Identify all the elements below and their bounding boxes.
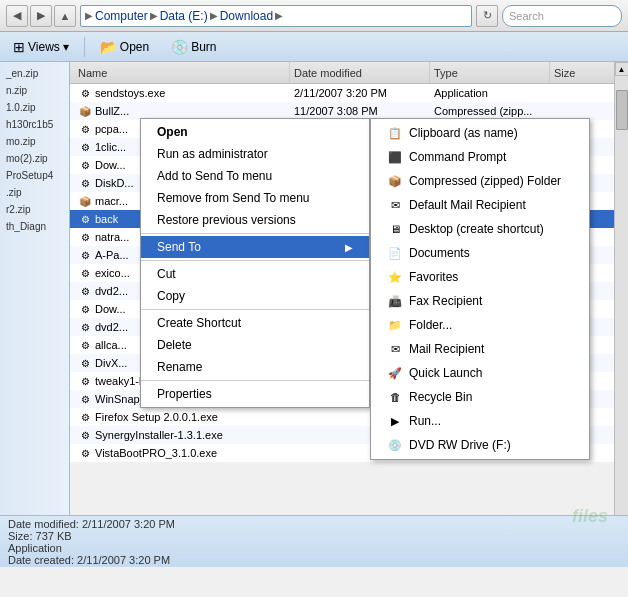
context-menu-item-copy[interactable]: Copy [141, 285, 369, 307]
views-icon: ⊞ [13, 39, 25, 55]
status-bar: Date modified: 2/11/2007 3:20 PM Size: 7… [0, 515, 628, 567]
submenu-item-dvd-rw-drive-f:-[interactable]: 💿DVD RW Drive (F:) [371, 433, 589, 457]
scroll-up-arrow[interactable]: ▲ [615, 62, 629, 76]
sidebar-item-9[interactable]: th_Diagn [2, 219, 67, 234]
submenu-item-default-mail-recipient[interactable]: ✉Default Mail Recipient [371, 193, 589, 217]
up-button[interactable]: ▲ [54, 5, 76, 27]
views-button[interactable]: ⊞ Views ▾ [6, 36, 76, 58]
open-button[interactable]: 📂 Open [93, 36, 156, 58]
breadcrumb-folder[interactable]: Download [220, 9, 273, 23]
file-icon: 📦 [78, 194, 92, 208]
sidebar-item-0[interactable]: _en.zip [2, 66, 67, 81]
table-row[interactable]: ⚙ sendstoys.exe 2/11/2007 3:20 PM Applic… [70, 84, 614, 102]
submenu-item-desktop-create-shortcut-[interactable]: 🖥Desktop (create shortcut) [371, 217, 589, 241]
context-menu-item-send-to[interactable]: Send To▶ [141, 236, 369, 258]
breadcrumb[interactable]: ▶ Computer ▶ Data (E:) ▶ Download ▶ [80, 5, 472, 27]
file-name: pcpa... [95, 123, 128, 135]
submenu-label: Quick Launch [409, 366, 482, 380]
col-size[interactable]: Size [550, 62, 610, 83]
submenu-item-compressed-zipped-folder[interactable]: 📦Compressed (zipped) Folder [371, 169, 589, 193]
breadcrumb-sep2: ▶ [210, 10, 218, 21]
submenu-label: DVD RW Drive (F:) [409, 438, 511, 452]
file-icon: ⚙ [78, 374, 92, 388]
context-menu-item-restore-previous-versions[interactable]: Restore previous versions [141, 209, 369, 231]
submenu-label: Folder... [409, 318, 452, 332]
burn-button[interactable]: 💿 Burn [164, 36, 223, 58]
context-menu-item-open[interactable]: Open [141, 121, 369, 143]
context-menu-item-delete[interactable]: Delete [141, 334, 369, 356]
sidebar-item-6[interactable]: ProSetup4 [2, 168, 67, 183]
submenu-label: Recycle Bin [409, 390, 472, 404]
submenu-item-command-prompt[interactable]: ⬛Command Prompt [371, 145, 589, 169]
breadcrumb-drive[interactable]: Data (E:) [160, 9, 208, 23]
submenu-item-clipboard-as-name-[interactable]: 📋Clipboard (as name) [371, 121, 589, 145]
col-name[interactable]: Name [74, 62, 290, 83]
send-to-submenu: 📋Clipboard (as name)⬛Command Prompt📦Comp… [370, 118, 590, 460]
submenu-item-documents[interactable]: 📄Documents [371, 241, 589, 265]
file-name: SynergyInstaller-1.3.1.exe [95, 429, 223, 441]
ctx-item-label: Add to Send To menu [157, 169, 272, 183]
context-menu-item-remove-from-send-to-menu[interactable]: Remove from Send To menu [141, 187, 369, 209]
submenu-icon: ▶ [387, 413, 403, 429]
sidebar-item-3[interactable]: h130rc1b5 [2, 117, 67, 132]
submenu-item-mail-recipient[interactable]: ✉Mail Recipient [371, 337, 589, 361]
context-menu-item-rename[interactable]: Rename [141, 356, 369, 378]
submenu-icon: 📠 [387, 293, 403, 309]
sidebar-item-5[interactable]: mo(2).zip [2, 151, 67, 166]
submenu-icon: 🚀 [387, 365, 403, 381]
submenu-icon: 💿 [387, 437, 403, 453]
submenu-item-folder-[interactable]: 📁Folder... [371, 313, 589, 337]
sidebar-item-1[interactable]: n.zip [2, 83, 67, 98]
submenu-item-quick-launch[interactable]: 🚀Quick Launch [371, 361, 589, 385]
ctx-item-label: Remove from Send To menu [157, 191, 310, 205]
context-menu-item-add-to-send-to-menu[interactable]: Add to Send To menu [141, 165, 369, 187]
sidebar-item-8[interactable]: r2.zip [2, 202, 67, 217]
submenu-icon: 🗑 [387, 389, 403, 405]
submenu-label: Clipboard (as name) [409, 126, 518, 140]
submenu-item-fax-recipient[interactable]: 📠Fax Recipient [371, 289, 589, 313]
scrollbar[interactable]: ▲ ▼ [614, 62, 628, 567]
ctx-item-label: Copy [157, 289, 185, 303]
sidebar-item-2[interactable]: 1.0.zip [2, 100, 67, 115]
file-icon: ⚙ [78, 140, 92, 154]
submenu-icon: ⬛ [387, 149, 403, 165]
ctx-item-label: Open [157, 125, 188, 139]
file-name: A-Pa... [95, 249, 129, 261]
status-type: Application [8, 542, 620, 554]
context-menu-item-run-as-administrator[interactable]: Run as administrator [141, 143, 369, 165]
submenu-item-favorites[interactable]: ⭐Favorites [371, 265, 589, 289]
context-menu-item-properties[interactable]: Properties [141, 383, 369, 405]
submenu-icon: 📋 [387, 125, 403, 141]
toolbar-divider-1 [84, 37, 85, 57]
submenu-label: Default Mail Recipient [409, 198, 526, 212]
search-box[interactable]: Search [502, 5, 622, 27]
file-icon: ⚙ [78, 230, 92, 244]
forward-button[interactable]: ▶ [30, 5, 52, 27]
file-name-cell: ⚙ VistaBootPRO_3.1.0.exe [74, 446, 290, 460]
file-name: allca... [95, 339, 127, 351]
col-type[interactable]: Type [430, 62, 550, 83]
breadcrumb-computer[interactable]: Computer [95, 9, 148, 23]
context-menu-item-cut[interactable]: Cut [141, 263, 369, 285]
file-icon: ⚙ [78, 248, 92, 262]
ctx-item-label: Send To [157, 240, 201, 254]
file-date: 11/2007 3:08 PM [290, 105, 430, 117]
submenu-icon: 📁 [387, 317, 403, 333]
submenu-label: Documents [409, 246, 470, 260]
status-size: Size: 737 KB [8, 530, 620, 542]
file-icon: ⚙ [78, 446, 92, 460]
submenu-label: Fax Recipient [409, 294, 482, 308]
toolbar: ⊞ Views ▾ 📂 Open 💿 Burn [0, 32, 628, 62]
scroll-thumb[interactable] [616, 90, 628, 130]
submenu-item-run-[interactable]: ▶Run... [371, 409, 589, 433]
file-list-header: Name Date modified Type Size [70, 62, 614, 84]
sidebar-item-4[interactable]: mo.zip [2, 134, 67, 149]
submenu-item-recycle-bin[interactable]: 🗑Recycle Bin [371, 385, 589, 409]
context-menu-item-create-shortcut[interactable]: Create Shortcut [141, 312, 369, 334]
submenu-label: Compressed (zipped) Folder [409, 174, 561, 188]
back-button[interactable]: ◀ [6, 5, 28, 27]
col-date[interactable]: Date modified [290, 62, 430, 83]
sidebar-item-7[interactable]: .zip [2, 185, 67, 200]
refresh-button[interactable]: ↻ [476, 5, 498, 27]
submenu-label: Mail Recipient [409, 342, 484, 356]
